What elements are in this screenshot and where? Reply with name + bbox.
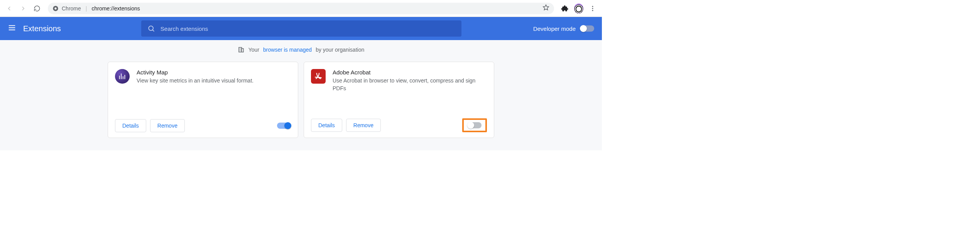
extension-icon-activity-map [115, 69, 130, 84]
dots-vertical-icon [589, 5, 596, 12]
content-area: Your browser is managed by your organisa… [0, 40, 602, 150]
reload-button[interactable] [31, 2, 43, 15]
managed-notice: Your browser is managed by your organisa… [0, 46, 602, 53]
browser-toolbar: Chrome | chrome://extensions [0, 0, 602, 17]
app-header: Extensions Developer mode [0, 17, 602, 40]
developer-mode-label: Developer mode [533, 25, 576, 32]
profile-avatar[interactable] [574, 4, 583, 13]
menu-button[interactable] [8, 24, 16, 34]
developer-mode-toggle[interactable] [580, 25, 594, 32]
bookmark-star-icon[interactable] [542, 4, 549, 13]
extension-description: View key site metrics in an intuitive vi… [137, 77, 253, 85]
extension-name: Activity Map [137, 69, 253, 76]
building-icon [238, 46, 245, 53]
extension-card: Adobe Acrobat Use Acrobat in browser to … [304, 62, 494, 138]
extension-toggle[interactable] [468, 122, 482, 128]
avatar-icon [574, 3, 583, 13]
arrow-right-icon [20, 5, 27, 12]
svg-point-2 [592, 6, 593, 7]
managed-link[interactable]: browser is managed [263, 47, 312, 53]
svg-point-4 [592, 10, 593, 11]
reload-icon [34, 5, 41, 12]
address-bar[interactable]: Chrome | chrome://extensions [48, 3, 554, 14]
managed-prefix: Your [248, 47, 259, 53]
extension-name: Adobe Acrobat [333, 69, 487, 76]
extension-icon-acrobat [311, 69, 326, 84]
search-input[interactable] [161, 25, 455, 32]
svg-point-1 [54, 7, 56, 9]
arrow-left-icon [6, 5, 13, 12]
chrome-icon [52, 5, 59, 12]
extension-description: Use Acrobat in browser to view, convert,… [333, 77, 487, 92]
search-icon [147, 25, 155, 32]
managed-suffix: by your organisation [316, 47, 364, 53]
url-product: Chrome [62, 5, 81, 12]
back-button[interactable] [3, 2, 15, 15]
extensions-puzzle-icon[interactable] [560, 4, 569, 13]
url-separator: | [86, 5, 87, 12]
url-text: chrome://extensions [91, 5, 140, 12]
extension-card: Activity Map View key site metrics in an… [108, 62, 298, 138]
hamburger-icon [8, 24, 16, 32]
kebab-menu[interactable] [588, 4, 597, 13]
details-button[interactable]: Details [115, 119, 146, 132]
details-button[interactable]: Details [311, 119, 342, 132]
forward-button[interactable] [17, 2, 29, 15]
toggle-highlight [462, 118, 487, 132]
extensions-grid: Activity Map View key site metrics in an… [0, 62, 602, 138]
chart-icon [118, 72, 127, 81]
acrobat-icon [313, 71, 323, 81]
extension-toggle[interactable] [277, 123, 291, 129]
svg-point-3 [592, 8, 593, 9]
search-bar[interactable] [141, 20, 461, 37]
svg-point-5 [149, 26, 153, 30]
remove-button[interactable]: Remove [346, 119, 381, 132]
remove-button[interactable]: Remove [150, 119, 185, 132]
developer-mode-group: Developer mode [533, 25, 594, 32]
page-title: Extensions [23, 24, 61, 33]
